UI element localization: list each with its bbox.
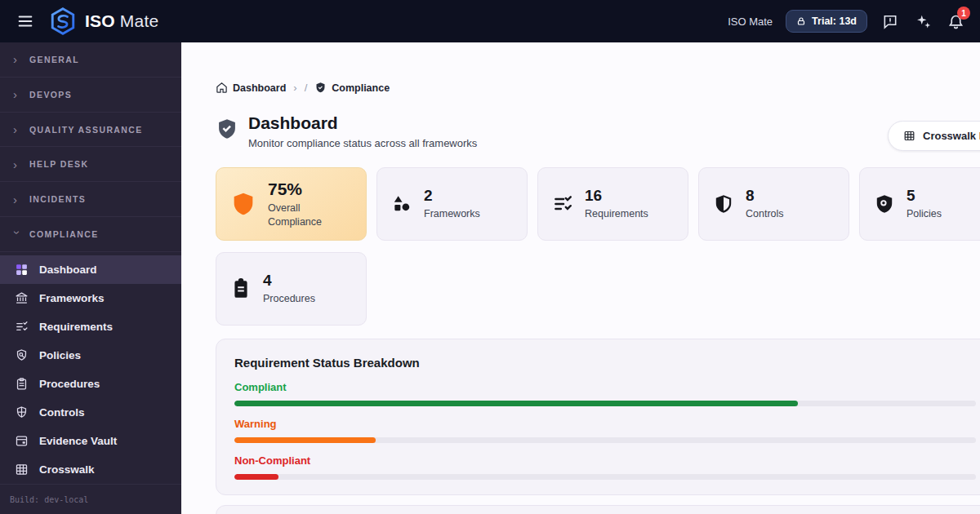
list-check-icon: [15, 320, 29, 334]
chevron-right-icon: ›: [13, 123, 21, 135]
breadcrumb-compliance[interactable]: Compliance: [314, 82, 390, 94]
page-header: Dashboard Monitor compliance status acro…: [216, 113, 980, 149]
section-label: HELP DESK: [29, 159, 89, 169]
stat-label: Procedures: [263, 292, 315, 305]
panel-title: Requirement Status Breakdown: [234, 356, 974, 370]
stat-value: 16: [585, 187, 648, 205]
sidebar-item-label: Dashboard: [39, 264, 97, 276]
sidebar-item-policies[interactable]: Policies: [0, 341, 181, 370]
section-label: COMPLIANCE: [29, 229, 99, 239]
breakdown-label: Compliant: [234, 381, 974, 393]
stat-label: Requirements: [585, 207, 648, 220]
notifications-bell-icon[interactable]: 1: [946, 11, 965, 31]
chevron-right-icon: ›: [293, 82, 296, 94]
progress-track: [234, 401, 976, 406]
sidebar-item-label: Evidence Vault: [39, 435, 117, 447]
list-check-icon: [551, 193, 574, 215]
table-grid-icon: [15, 463, 29, 476]
sidebar-footer: Build: dev-local: [0, 484, 181, 514]
breadcrumb-slash: /: [305, 82, 308, 94]
stat-card-overall-compliance: 75% Overall Compliance: [216, 167, 367, 241]
sidebar-section-help-desk[interactable]: › HELP DESK: [0, 147, 181, 182]
build-label: Build: dev-local: [10, 495, 88, 504]
breakdown-row-warning: Warning: [234, 418, 974, 443]
stat-value: 4: [263, 272, 315, 290]
sidebar-section-compliance[interactable]: › COMPLIANCE: [0, 217, 181, 252]
sidebar-section-devops[interactable]: › DEVOPS: [0, 78, 181, 113]
section-label: DEVOPS: [29, 90, 72, 100]
shield-check-icon: [314, 82, 327, 94]
app-logo[interactable]: ISO Mate: [49, 7, 158, 35]
sidebar-item-evidence-vault[interactable]: Evidence Vault: [0, 427, 181, 455]
breakdown-label: Warning: [234, 418, 974, 430]
stat-label: Frameworks: [424, 207, 480, 220]
dashboard-grid-icon: [15, 263, 29, 277]
shield-search-icon: [873, 193, 896, 215]
clipboard-icon: [15, 377, 29, 391]
stat-value: 2: [424, 187, 480, 205]
stat-label: Policies: [906, 207, 942, 220]
progress-fill: [234, 437, 376, 443]
chevron-down-icon: ›: [11, 230, 24, 238]
sidebar-section-general[interactable]: › GENERAL: [0, 42, 181, 78]
sidebar-item-dashboard[interactable]: Dashboard: [0, 255, 181, 284]
crosswalk-matrix-button[interactable]: Crosswalk Matrix: [888, 121, 980, 151]
bank-icon: [15, 291, 29, 305]
shield-search-icon: [15, 348, 29, 362]
shield-icon: [229, 190, 257, 218]
crosswalk-matrix-label: Crosswalk Matrix: [923, 130, 980, 142]
page-subtitle: Monitor compliance status across all fra…: [248, 137, 477, 149]
trial-badge[interactable]: Trial: 13d: [786, 10, 867, 33]
table-grid-icon: [903, 130, 915, 142]
logo-text-bold: ISO: [85, 11, 115, 30]
progress-track: [234, 437, 976, 443]
feedback-icon[interactable]: [880, 11, 900, 31]
section-label: INCIDENTS: [29, 194, 86, 204]
stat-value: 5: [906, 187, 942, 205]
hamburger-menu-icon[interactable]: [15, 11, 36, 32]
sparkles-icon[interactable]: [913, 11, 933, 31]
sidebar-section-quality-assurance[interactable]: › QUALITY ASSURANCE: [0, 113, 181, 148]
sidebar-item-label: Controls: [39, 406, 85, 419]
sidebar-item-requirements[interactable]: Requirements: [0, 312, 181, 341]
section-label: QUALITY ASSURANCE: [29, 125, 143, 135]
breakdown-row-non-compliant: Non-Compliant: [234, 454, 974, 480]
shapes-icon: [390, 193, 413, 215]
sidebar-item-crosswalk[interactable]: Crosswalk: [0, 455, 181, 484]
stat-card-requirements: 16 Requirements: [537, 167, 688, 241]
notification-count-badge: 1: [957, 7, 970, 20]
logo-text-light: Mate: [120, 11, 159, 30]
stat-label: Controls: [746, 207, 784, 220]
sidebar-item-label: Crosswalk: [39, 463, 95, 476]
breadcrumb-home-label: Dashboard: [233, 82, 286, 94]
page-title: Dashboard: [248, 113, 477, 133]
progress-fill: [234, 401, 798, 406]
main-content: Dashboard › / Compliance Dashboard Monit…: [181, 42, 980, 514]
next-panel-partial: [216, 505, 980, 514]
lock-icon: [796, 16, 806, 26]
shield-check-badge-icon: [216, 117, 238, 141]
sidebar: › GENERAL › DEVOPS › QUALITY ASSURANCE ›…: [0, 42, 181, 514]
shield-icon: [15, 405, 29, 419]
stat-cards: 75% Overall Compliance 2 Frameworks 16 R…: [216, 167, 980, 326]
sidebar-item-frameworks[interactable]: Frameworks: [0, 284, 181, 312]
stat-value: 75%: [268, 179, 350, 199]
shield-icon: [712, 193, 735, 215]
stat-value: 8: [746, 187, 784, 205]
section-label: GENERAL: [29, 55, 79, 64]
trial-label: Trial: 13d: [812, 16, 857, 27]
stat-label: Overall Compliance: [268, 202, 350, 228]
compliance-subnav: Dashboard Frameworks Requirements Polici…: [0, 252, 181, 484]
sidebar-section-incidents[interactable]: › INCIDENTS: [0, 182, 181, 217]
topbar: ISO Mate ISO Mate Trial: 13d 1: [0, 0, 980, 42]
stat-card-frameworks: 2 Frameworks: [376, 167, 528, 241]
progress-fill: [234, 474, 278, 480]
org-name: ISO Mate: [728, 16, 773, 28]
sidebar-item-procedures[interactable]: Procedures: [0, 370, 181, 398]
breadcrumb-dashboard[interactable]: Dashboard: [216, 82, 286, 94]
breadcrumb-current-label: Compliance: [332, 82, 390, 94]
requirement-status-breakdown-panel: Requirement Status Breakdown Compliant W…: [216, 339, 980, 495]
stat-card-policies: 5 Policies: [859, 167, 980, 241]
sidebar-item-controls[interactable]: Controls: [0, 398, 181, 427]
sidebar-item-label: Requirements: [39, 321, 113, 333]
